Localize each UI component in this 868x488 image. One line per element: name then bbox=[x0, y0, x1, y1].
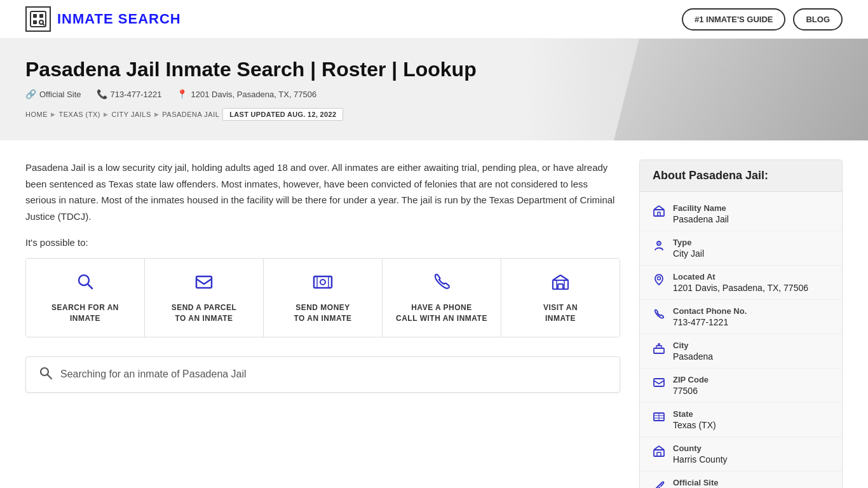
logo-text: INMATE SEARCH bbox=[57, 11, 181, 27]
sidebar-item-state: State Texas (TX) bbox=[640, 403, 842, 437]
header-buttons: #1 INMATE'S GUIDE BLOG bbox=[682, 8, 843, 30]
svg-rect-16 bbox=[558, 284, 563, 289]
state-value: Texas (TX) bbox=[673, 420, 716, 430]
breadcrumb-sep-1: ▶ bbox=[51, 111, 56, 118]
svg-line-37 bbox=[654, 446, 659, 450]
breadcrumb-pasadena-jail[interactable]: PASADENA JAIL bbox=[162, 111, 219, 118]
sidebar-item-zip: ZIP Code 77506 bbox=[640, 369, 842, 403]
location-label: Located At bbox=[673, 272, 808, 281]
svg-rect-21 bbox=[654, 210, 664, 216]
city-label: City bbox=[673, 341, 713, 350]
phone-link[interactable]: 📞 713-477-1221 bbox=[97, 89, 162, 99]
action-card-phone[interactable]: HAVE A PHONECALL WITH AN INMATE bbox=[383, 259, 501, 337]
parcel-icon bbox=[194, 271, 214, 296]
state-label: State bbox=[673, 409, 716, 419]
svg-line-14 bbox=[553, 275, 560, 280]
city-content: City Pasadena bbox=[673, 341, 713, 362]
visit-icon bbox=[550, 271, 571, 296]
guide-button[interactable]: #1 INMATE'S GUIDE bbox=[682, 8, 785, 30]
official-site-label-sidebar: Official Site bbox=[673, 478, 832, 487]
breadcrumb-city-jails[interactable]: CITY JAILS bbox=[112, 111, 151, 118]
location-icon: 📍 bbox=[177, 89, 187, 99]
svg-rect-28 bbox=[654, 348, 664, 353]
svg-rect-9 bbox=[314, 276, 332, 288]
svg-line-38 bbox=[659, 446, 664, 450]
svg-point-26 bbox=[658, 243, 660, 244]
type-label: Type bbox=[673, 238, 704, 247]
zip-label: ZIP Code bbox=[673, 375, 709, 384]
svg-rect-39 bbox=[657, 452, 661, 456]
sidebar-item-type: Type City Jail bbox=[640, 231, 842, 266]
location-pin-icon bbox=[653, 273, 665, 289]
sidebar-item-phone: Contact Phone No. 713-477-1221 bbox=[640, 300, 842, 334]
facility-content: Facility Name Pasadena Jail bbox=[673, 203, 729, 224]
county-value: Harris County bbox=[673, 454, 728, 464]
breadcrumb-home[interactable]: HOME bbox=[25, 111, 48, 118]
search-inmate-icon bbox=[75, 271, 95, 296]
action-card-visit[interactable]: VISIT ANINMATE bbox=[501, 259, 620, 337]
location-value: 1201 Davis, Pasadena, TX, 77506 bbox=[673, 283, 808, 293]
svg-point-19 bbox=[41, 368, 48, 376]
main-layout: Pasadena Jail is a low security city jai… bbox=[0, 140, 868, 488]
svg-rect-36 bbox=[654, 450, 664, 456]
last-updated-badge: LAST UPDATED AUG. 12, 2022 bbox=[222, 108, 343, 121]
money-icon bbox=[313, 271, 333, 296]
blog-button[interactable]: BLOG bbox=[793, 8, 843, 30]
search-bar[interactable]: Searching for an inmate of Pasadena Jail bbox=[25, 356, 620, 393]
address-text: 1201 Davis, Pasadena, TX, 77506 bbox=[191, 90, 316, 99]
breadcrumb-texas[interactable]: TEXAS (TX) bbox=[59, 111, 101, 118]
action-cards: SEARCH FOR ANINMATE SEND A PARCELTO AN I… bbox=[25, 258, 620, 337]
zip-value: 77506 bbox=[673, 386, 709, 396]
svg-line-7 bbox=[88, 284, 92, 288]
facility-icon bbox=[653, 205, 665, 220]
meta-links: 🔗 Official Site 📞 713-477-1221 📍 1201 Da… bbox=[25, 89, 843, 99]
type-value: City Jail bbox=[673, 248, 704, 259]
svg-point-10 bbox=[320, 280, 325, 285]
svg-line-5 bbox=[43, 24, 45, 26]
svg-rect-3 bbox=[33, 20, 37, 24]
location-content: Located At 1201 Davis, Pasadena, TX, 775… bbox=[673, 272, 808, 293]
possible-text: It's possible to: bbox=[25, 237, 620, 248]
breadcrumb-sep-2: ▶ bbox=[104, 111, 109, 118]
county-label: County bbox=[673, 444, 728, 453]
zip-content: ZIP Code 77506 bbox=[673, 375, 709, 396]
type-icon bbox=[653, 239, 665, 255]
sidebar-item-official-site[interactable]: Official Site http://www.ci.pasadena.tx.… bbox=[640, 471, 842, 488]
action-card-search[interactable]: SEARCH FOR ANINMATE bbox=[26, 259, 145, 337]
city-icon bbox=[653, 342, 665, 358]
action-card-money[interactable]: SEND MONEYTO AN INMATE bbox=[264, 259, 383, 337]
sidebar-box: About Pasadena Jail: Facility Name Pasad bbox=[639, 159, 843, 488]
phone-value: 713-477-1221 bbox=[673, 317, 747, 327]
logo-area: INMATE SEARCH bbox=[25, 6, 181, 32]
phone-sidebar-icon bbox=[653, 308, 665, 323]
address-info: 📍 1201 Davis, Pasadena, TX, 77506 bbox=[177, 89, 316, 99]
state-icon bbox=[653, 410, 665, 426]
svg-line-20 bbox=[48, 375, 51, 379]
official-site-icon bbox=[653, 479, 665, 488]
phone-label-sidebar: Contact Phone No. bbox=[673, 306, 747, 316]
county-content: County Harris County bbox=[673, 444, 728, 464]
city-value: Pasadena bbox=[673, 351, 713, 362]
svg-rect-2 bbox=[39, 14, 43, 18]
phone-content: Contact Phone No. 713-477-1221 bbox=[673, 306, 747, 327]
zip-icon bbox=[653, 376, 665, 392]
money-label: SEND MONEYTO AN INMATE bbox=[294, 302, 351, 324]
svg-rect-30 bbox=[658, 344, 660, 346]
svg-point-4 bbox=[39, 20, 43, 24]
svg-line-40 bbox=[658, 484, 660, 487]
official-site-link[interactable]: 🔗 Official Site bbox=[25, 89, 81, 99]
visit-label: VISIT ANINMATE bbox=[543, 302, 578, 324]
phone-icon: 📞 bbox=[97, 89, 107, 99]
search-bar-placeholder: Searching for an inmate of Pasadena Jail bbox=[60, 369, 247, 380]
action-card-parcel[interactable]: SEND A PARCELTO AN INMATE bbox=[145, 259, 264, 337]
official-site-content: Official Site http://www.ci.pasadena.tx.… bbox=[673, 478, 832, 488]
sidebar: About Pasadena Jail: Facility Name Pasad bbox=[639, 159, 843, 488]
sidebar-item-facility: Facility Name Pasadena Jail bbox=[640, 197, 842, 231]
header: INMATE SEARCH #1 INMATE'S GUIDE BLOG bbox=[0, 0, 868, 39]
main-content: Pasadena Jail is a low security city jai… bbox=[25, 159, 620, 488]
description-text: Pasadena Jail is a low security city jai… bbox=[25, 159, 620, 224]
sidebar-item-location: Located At 1201 Davis, Pasadena, TX, 775… bbox=[640, 266, 842, 300]
official-site-label: Official Site bbox=[39, 90, 81, 99]
page-title: Pasadena Jail Inmate Search | Roster | L… bbox=[25, 58, 843, 81]
sidebar-title: About Pasadena Jail: bbox=[640, 160, 842, 192]
